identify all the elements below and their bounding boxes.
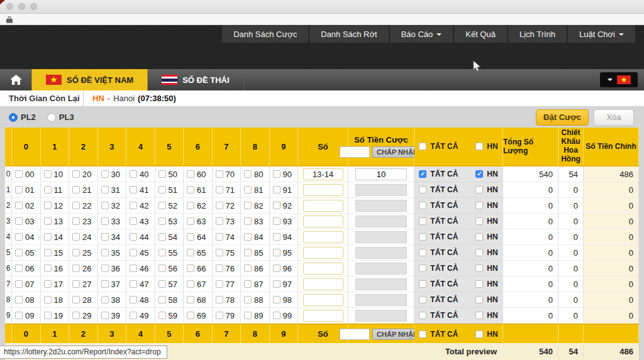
bet-number-cell[interactable]: 10: [41, 166, 70, 182]
number-checkbox-41[interactable]: [130, 186, 137, 194]
bet-number-cell[interactable]: 67: [184, 276, 213, 292]
number-checkbox-52[interactable]: [158, 202, 166, 209]
bet-number-cell[interactable]: 03: [12, 214, 41, 229]
bet-number-cell[interactable]: 99: [270, 308, 299, 324]
bet-number-cell[interactable]: 41: [126, 182, 155, 198]
number-checkbox-75[interactable]: [216, 249, 223, 256]
bet-number-cell[interactable]: 38: [98, 292, 127, 308]
number-checkbox-07[interactable]: [15, 280, 23, 288]
bet-number-cell[interactable]: 96: [270, 261, 299, 276]
so-input-row7[interactable]: [303, 278, 343, 290]
so-input-row1[interactable]: [303, 184, 343, 196]
bet-number-cell[interactable]: 07: [12, 276, 41, 292]
footer-tatca-checkbox[interactable]: [419, 330, 426, 338]
bet-number-cell[interactable]: 82: [241, 198, 270, 214]
bet-number-cell[interactable]: 75: [213, 245, 242, 261]
so-input-row2[interactable]: [303, 200, 343, 212]
bet-number-cell[interactable]: 68: [184, 292, 213, 308]
number-checkbox-70[interactable]: [216, 170, 223, 178]
bet-amount-input-row8[interactable]: [355, 294, 407, 306]
bet-number-cell[interactable]: 65: [184, 245, 213, 261]
bet-amount-input-row2[interactable]: [355, 200, 407, 212]
header-hn-checkbox[interactable]: [475, 143, 483, 150]
number-checkbox-86[interactable]: [244, 265, 252, 272]
number-checkbox-05[interactable]: [15, 249, 23, 256]
bet-number-cell[interactable]: 12: [41, 198, 70, 214]
so-input-row5[interactable]: [303, 247, 343, 259]
number-checkbox-23[interactable]: [72, 217, 80, 225]
home-button[interactable]: [0, 69, 31, 90]
number-checkbox-84[interactable]: [244, 233, 252, 241]
bet-number-cell[interactable]: 52: [155, 198, 184, 214]
bet-number-cell[interactable]: 32: [98, 198, 127, 214]
bet-number-cell[interactable]: 00: [12, 166, 41, 182]
bet-number-cell[interactable]: 76: [213, 261, 242, 276]
row7-hn-checkbox[interactable]: [475, 280, 483, 288]
row6-tatca-checkbox[interactable]: [419, 265, 426, 272]
bet-number-cell[interactable]: 13: [41, 214, 70, 229]
number-checkbox-56[interactable]: [158, 265, 166, 272]
bet-number-cell[interactable]: 64: [184, 229, 213, 245]
bet-number-cell[interactable]: 71: [213, 182, 242, 198]
nav-item-lich-trinh[interactable]: Lịch Trình: [508, 26, 567, 43]
radio-pl2[interactable]: PL2: [9, 112, 36, 122]
number-checkbox-34[interactable]: [101, 233, 109, 241]
row2-tatca-checkbox[interactable]: [419, 202, 426, 209]
number-checkbox-30[interactable]: [101, 170, 109, 178]
bet-amount-input-row5[interactable]: [355, 247, 407, 259]
number-checkbox-98[interactable]: [273, 296, 280, 303]
row8-hn-checkbox[interactable]: [475, 296, 483, 303]
number-checkbox-39[interactable]: [101, 312, 109, 319]
row6-hn-checkbox[interactable]: [475, 265, 483, 272]
bet-number-cell[interactable]: 49: [126, 308, 155, 324]
number-checkbox-26[interactable]: [72, 265, 80, 272]
number-checkbox-50[interactable]: [158, 170, 166, 178]
number-checkbox-48[interactable]: [130, 296, 137, 303]
pl2-radio[interactable]: [9, 113, 18, 122]
bet-amount-input-row1[interactable]: [355, 184, 407, 196]
row0-tatca-checkbox[interactable]: [419, 170, 426, 178]
number-checkbox-09[interactable]: [15, 312, 23, 319]
number-checkbox-38[interactable]: [101, 296, 109, 303]
bet-number-cell[interactable]: 77: [213, 276, 242, 292]
row8-tatca-checkbox[interactable]: [419, 296, 426, 303]
bet-number-cell[interactable]: 60: [184, 166, 213, 182]
so-input-row6[interactable]: [303, 263, 343, 275]
number-checkbox-55[interactable]: [158, 249, 166, 256]
number-checkbox-24[interactable]: [72, 233, 80, 241]
so-input-row9[interactable]: [303, 310, 343, 322]
bet-number-cell[interactable]: 04: [12, 229, 41, 245]
number-checkbox-32[interactable]: [101, 202, 109, 209]
number-checkbox-91[interactable]: [273, 186, 280, 194]
bet-number-cell[interactable]: 93: [270, 214, 299, 229]
bet-number-cell[interactable]: 25: [69, 245, 98, 261]
number-checkbox-37[interactable]: [101, 280, 109, 288]
bet-number-cell[interactable]: 02: [12, 198, 41, 214]
bet-number-cell[interactable]: 81: [241, 182, 270, 198]
number-checkbox-16[interactable]: [44, 265, 52, 272]
so-input-row3[interactable]: [303, 215, 343, 227]
row7-tatca-checkbox[interactable]: [419, 280, 426, 288]
footer-hn-checkbox[interactable]: [475, 330, 483, 338]
bet-number-cell[interactable]: 22: [69, 198, 98, 214]
bet-number-cell[interactable]: 57: [155, 276, 184, 292]
bet-amount-input-row0[interactable]: [355, 168, 407, 180]
bet-number-cell[interactable]: 34: [98, 229, 127, 245]
nav-item-luat-choi[interactable]: Luật Chơi: [568, 26, 635, 43]
bet-number-cell[interactable]: 83: [241, 214, 270, 229]
bet-number-cell[interactable]: 78: [213, 292, 242, 308]
header-tatca-checkbox[interactable]: [419, 143, 426, 150]
number-checkbox-40[interactable]: [130, 170, 137, 178]
number-checkbox-01[interactable]: [15, 186, 23, 194]
number-checkbox-58[interactable]: [158, 296, 166, 303]
number-checkbox-61[interactable]: [187, 186, 194, 194]
bet-number-cell[interactable]: 29: [69, 308, 98, 324]
bet-amount-input-row4[interactable]: [355, 231, 407, 243]
bet-number-cell[interactable]: 21: [69, 182, 98, 198]
bet-number-cell[interactable]: 88: [241, 292, 270, 308]
tab-so-de-thai[interactable]: SỐ ĐỀ THÁI: [148, 69, 243, 90]
number-checkbox-72[interactable]: [216, 202, 223, 209]
bet-number-cell[interactable]: 09: [12, 308, 41, 324]
number-checkbox-54[interactable]: [158, 233, 166, 241]
bet-number-cell[interactable]: 06: [12, 261, 41, 276]
